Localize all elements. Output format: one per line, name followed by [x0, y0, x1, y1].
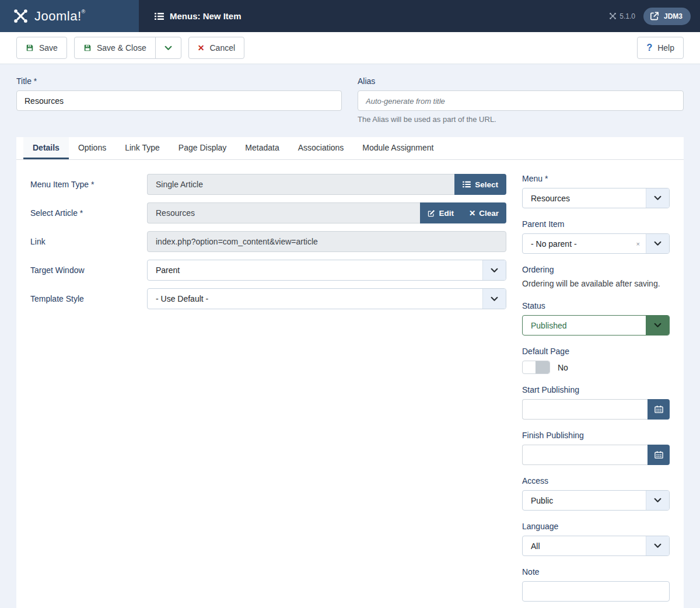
tab-link-type[interactable]: Link Type — [116, 137, 169, 159]
cancel-button[interactable]: ✕ Cancel — [188, 37, 244, 59]
chevron-down-icon — [164, 46, 172, 51]
calendar-icon — [654, 405, 663, 414]
chevron-down-icon — [646, 188, 669, 208]
link-label: Link — [30, 237, 147, 246]
help-label: Help — [657, 43, 674, 53]
default-page-field-group: Default Page No — [522, 347, 670, 374]
tab-options[interactable]: Options — [69, 137, 116, 159]
parent-item-label: Parent Item — [522, 219, 670, 229]
title-label: Title * — [16, 76, 342, 86]
calendar-icon — [654, 450, 663, 459]
alias-help-text: The Alias will be used as part of the UR… — [358, 115, 684, 124]
form-panel: Details Options Link Type Page Display M… — [16, 137, 684, 608]
toolbar: Save Save & Close ✕ Cancel ? Help — [0, 32, 700, 64]
start-publishing-label: Start Publishing — [522, 385, 670, 394]
chevron-down-icon — [482, 289, 506, 309]
chevron-down-icon — [646, 234, 669, 253]
chevron-down-icon — [646, 316, 669, 335]
brand-name: Joomla!® — [34, 9, 86, 24]
note-input[interactable] — [522, 581, 670, 602]
finish-publishing-calendar-button[interactable] — [648, 445, 670, 465]
access-select[interactable]: Public — [522, 490, 670, 511]
site-preview-button[interactable]: JDM3 — [643, 8, 691, 25]
toggle-knob — [536, 361, 550, 373]
status-select[interactable]: Published — [522, 315, 670, 336]
alias-input[interactable] — [358, 90, 684, 111]
save-and-close-button[interactable]: Save & Close — [75, 37, 155, 58]
article-edit-button[interactable]: Edit — [420, 202, 461, 223]
sidebar-fields-column: Menu * Resources Parent Item - No parent… — [522, 174, 670, 608]
link-value[interactable]: index.php?option=com_content&view=articl… — [147, 231, 506, 252]
save-label: Save — [39, 43, 58, 53]
save-and-close-label: Save & Close — [97, 43, 146, 53]
cancel-label: Cancel — [209, 43, 235, 53]
start-publishing-input[interactable] — [522, 399, 648, 420]
menu-item-type-select-button[interactable]: Select — [454, 174, 506, 195]
select-article-label: Select Article * — [30, 208, 147, 218]
help-button[interactable]: ? Help — [637, 37, 684, 59]
select-list-icon — [463, 181, 471, 188]
language-value: All — [523, 536, 646, 555]
tab-page-display[interactable]: Page Display — [169, 137, 236, 159]
start-publishing-calendar-button[interactable] — [648, 399, 670, 420]
target-window-row: Target Window Parent — [30, 260, 506, 281]
language-field-group: Language All — [522, 522, 670, 556]
tab-module-assignment[interactable]: Module Assignment — [353, 137, 443, 159]
target-window-select[interactable]: Parent — [147, 260, 506, 281]
menu-select[interactable]: Resources — [522, 188, 670, 208]
status-value: Published — [523, 316, 646, 335]
template-style-row: Template Style - Use Default - — [30, 288, 506, 309]
tab-details[interactable]: Details — [23, 137, 69, 159]
clear-button-label: Clear — [479, 209, 499, 218]
select-article-value[interactable]: Resources — [147, 202, 420, 223]
access-value: Public — [523, 491, 646, 510]
language-select[interactable]: All — [522, 536, 670, 556]
parent-item-value: - No parent - — [523, 234, 636, 253]
access-field-group: Access Public — [522, 476, 670, 511]
header-meta: 5.1.0 JDM3 — [609, 0, 700, 32]
cancel-x-icon: ✕ — [198, 43, 205, 53]
status-label: Status — [522, 301, 670, 310]
page-title: Menus: New Item — [139, 0, 609, 32]
version-text: 5.1.0 — [620, 12, 635, 20]
target-window-label: Target Window — [30, 265, 147, 275]
language-label: Language — [522, 522, 670, 531]
app-header: Joomla!® Menus: New Item — [0, 0, 700, 32]
save-options-dropdown-toggle[interactable] — [155, 37, 181, 58]
menu-item-type-value[interactable]: Single Article — [147, 174, 454, 195]
external-link-icon — [649, 11, 659, 21]
access-label: Access — [522, 476, 670, 485]
title-input[interactable] — [16, 90, 342, 111]
chevron-down-icon — [482, 260, 506, 280]
target-window-value: Parent — [148, 260, 482, 280]
question-mark-icon: ? — [646, 43, 652, 53]
finish-publishing-input[interactable] — [522, 445, 648, 465]
note-field-group: Note — [522, 567, 670, 602]
default-page-toggle[interactable] — [522, 361, 550, 374]
save-button[interactable]: Save — [16, 37, 67, 59]
menu-list-icon — [155, 12, 164, 20]
tab-metadata[interactable]: Metadata — [236, 137, 288, 159]
save-close-floppy-icon — [83, 44, 92, 52]
chevron-down-icon — [646, 536, 669, 555]
parent-item-field-group: Parent Item - No parent - × — [522, 219, 670, 254]
pencil-square-icon — [428, 209, 435, 217]
default-page-value: No — [558, 363, 568, 372]
select-article-row: Select Article * Resources Edit — [30, 202, 506, 223]
ordering-field-group: Ordering Ordering will be available afte… — [522, 265, 670, 288]
page-title-text: Menus: New Item — [170, 11, 242, 21]
tab-bar: Details Options Link Type Page Display M… — [16, 137, 684, 160]
tab-associations[interactable]: Associations — [289, 137, 354, 159]
details-tab-content: Menu Item Type * Single Article Select — [16, 160, 684, 608]
article-clear-button[interactable]: ✕ Clear — [461, 202, 506, 223]
parent-item-select[interactable]: - No parent - × — [522, 233, 670, 254]
title-alias-section: Title * Alias The Alias will be used as … — [0, 64, 700, 124]
parent-clear-icon[interactable]: × — [636, 240, 640, 247]
default-page-label: Default Page — [522, 347, 670, 356]
article-actions-group: Edit ✕ Clear — [420, 202, 506, 223]
save-floppy-icon — [26, 44, 34, 52]
menu-item-type-label: Menu Item Type * — [30, 180, 147, 189]
user-badge-text: JDM3 — [664, 12, 682, 20]
template-style-select[interactable]: - Use Default - — [147, 288, 506, 309]
joomla-logo-icon — [13, 8, 29, 24]
